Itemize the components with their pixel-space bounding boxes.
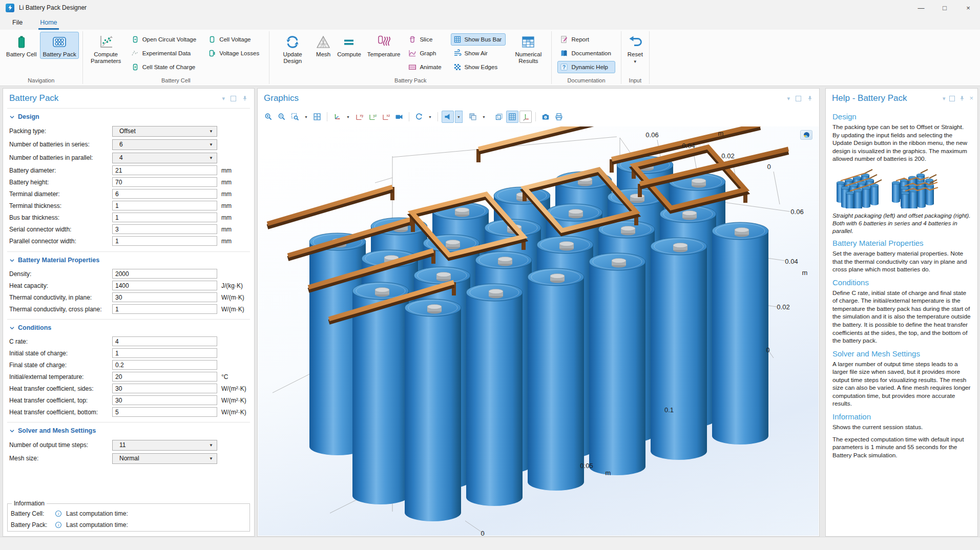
slice-button[interactable]: Slice xyxy=(406,33,445,46)
zoom-in-icon[interactable] xyxy=(262,111,275,123)
snapshot-icon[interactable] xyxy=(539,111,552,123)
pin-icon[interactable] xyxy=(959,95,965,102)
pin-icon[interactable] xyxy=(807,95,813,102)
c-rate-input[interactable] xyxy=(112,336,217,346)
heat-transfer-sides-input[interactable] xyxy=(112,384,217,393)
bus-bar-thickness-input[interactable] xyxy=(112,213,217,222)
float-panel-icon[interactable] xyxy=(231,96,236,101)
animate-button[interactable]: Animate xyxy=(406,61,445,73)
show-frame-icon[interactable] xyxy=(493,111,505,123)
compute-button[interactable]: Compute xyxy=(335,32,364,59)
transparency-dropdown-chevron[interactable]: ▼ xyxy=(480,111,488,123)
show-air-button[interactable]: Show Air xyxy=(451,47,506,59)
mesh-size-select[interactable]: Normal▼ xyxy=(112,453,217,464)
help-heading-solver: Solver and Mesh Settings xyxy=(832,349,971,358)
battery-height-input[interactable] xyxy=(112,177,217,187)
voltage-losses-button[interactable]: Voltage Losses xyxy=(205,47,263,59)
scene-light-icon[interactable] xyxy=(442,111,454,123)
serial-connector-width-input[interactable] xyxy=(112,224,217,234)
final-state-of-charge-input[interactable] xyxy=(112,360,217,370)
close-button[interactable]: × xyxy=(956,0,980,15)
section-conditions[interactable]: Conditions xyxy=(3,320,254,335)
numerical-results-button[interactable]: Numerical Results xyxy=(509,32,548,66)
battery-diameter-input[interactable] xyxy=(112,165,217,175)
report-button[interactable]: Report xyxy=(557,33,615,46)
documentation-button[interactable]: Documentation xyxy=(557,47,615,59)
show-bus-bar-button[interactable]: Show Bus Bar xyxy=(451,33,506,46)
transparency-icon[interactable] xyxy=(467,111,479,123)
svg-text:i: i xyxy=(58,523,59,527)
thermal-conductivity-cross-plane-input[interactable] xyxy=(112,304,217,314)
show-axis-icon[interactable] xyxy=(519,111,532,123)
thermal-conductivity-in-plane-input[interactable] xyxy=(112,292,217,302)
chevron-down-icon[interactable]: ▾ xyxy=(222,96,225,101)
cell-state-of-charge-button[interactable]: Cell State of Charge xyxy=(129,61,200,73)
update-design-button[interactable]: Update Design xyxy=(273,32,312,66)
temperature-button[interactable]: Temperature xyxy=(365,32,403,59)
initial-external-temperature-input[interactable] xyxy=(112,372,217,382)
initial-state-of-charge-input[interactable] xyxy=(112,348,217,358)
section-solver-and-mesh[interactable]: Solver and Mesh Settings xyxy=(3,422,254,438)
zoom-box-icon[interactable] xyxy=(289,111,301,123)
cell-voltage-icon xyxy=(208,35,216,44)
tab-home[interactable]: Home xyxy=(40,15,57,30)
maximize-button[interactable]: □ xyxy=(933,0,956,15)
dynamic-help-button[interactable]: ? Dynamic Help xyxy=(557,61,615,73)
graphics-canvas[interactable]: 0.060.040.020m0.060.04m0.0200.10.05m0 xyxy=(258,126,819,536)
scene-light-dropdown-chevron[interactable]: ▼ xyxy=(455,111,463,123)
print-icon[interactable] xyxy=(553,111,565,123)
float-panel-icon[interactable] xyxy=(796,96,801,101)
default-view-icon[interactable] xyxy=(331,111,343,123)
tab-file[interactable]: File xyxy=(12,15,23,30)
zoom-dropdown-chevron[interactable]: ▼ xyxy=(302,111,310,123)
mesh-button[interactable]: Mesh xyxy=(313,32,333,59)
series-count-select[interactable]: 6▼ xyxy=(112,139,217,150)
cell-voltage-button[interactable]: Cell Voltage xyxy=(205,33,263,46)
chevron-down-icon: ▼ xyxy=(209,156,217,160)
battery-pack-button[interactable]: Battery Pack xyxy=(40,32,78,59)
terminal-thickness-input[interactable] xyxy=(112,201,217,210)
svg-text:yz: yz xyxy=(373,114,377,118)
show-edges-button[interactable]: Show Edges xyxy=(451,61,506,73)
experimental-data-button[interactable]: Experimental Data xyxy=(129,47,200,59)
camera-view-icon[interactable] xyxy=(393,111,405,123)
pin-icon[interactable] xyxy=(242,95,248,102)
terminal-diameter-input[interactable] xyxy=(112,189,217,199)
graphics-panel: Graphics ▾ ▼ ▼ xy yz xz ▼ ▼ ▼ xyxy=(257,88,820,537)
open-circuit-voltage-button[interactable]: Open Circuit Voltage xyxy=(129,33,200,46)
compute-parameters-button[interactable]: Compute Parameters xyxy=(87,32,126,66)
show-edges-icon xyxy=(453,63,462,71)
density-input[interactable] xyxy=(112,269,217,279)
parallel-count-select[interactable]: 4▼ xyxy=(112,153,217,163)
chevron-down-icon[interactable]: ▾ xyxy=(943,96,946,101)
zoom-out-icon[interactable] xyxy=(276,111,288,123)
unit-label: °C xyxy=(221,373,228,380)
heat-transfer-top-input[interactable] xyxy=(112,395,217,405)
info-row-label: Battery Pack: xyxy=(11,521,51,528)
show-grid-icon[interactable] xyxy=(506,111,518,123)
view-yz-icon[interactable]: yz xyxy=(366,111,379,123)
rotate-dropdown-chevron[interactable]: ▼ xyxy=(426,111,434,123)
view-xz-icon[interactable]: xz xyxy=(380,111,392,123)
heat-transfer-bottom-input[interactable] xyxy=(112,407,217,417)
minimize-button[interactable]: — xyxy=(909,0,933,15)
close-panel-icon[interactable]: × xyxy=(969,96,973,101)
view-dropdown-chevron[interactable]: ▼ xyxy=(344,111,352,123)
packing-type-select[interactable]: Offset▼ xyxy=(112,126,217,137)
section-design[interactable]: Design xyxy=(3,109,254,124)
graph-button[interactable]: Graph xyxy=(406,47,445,59)
section-battery-material-properties[interactable]: Battery Material Properties xyxy=(3,252,254,268)
zoom-extents-icon[interactable] xyxy=(311,111,323,123)
heat-capacity-input[interactable] xyxy=(112,281,217,290)
view-xy-icon[interactable]: xy xyxy=(353,111,365,123)
float-panel-icon[interactable] xyxy=(949,96,955,101)
comsol-logo-button[interactable] xyxy=(800,130,812,140)
reset-button[interactable]: Reset ▼ xyxy=(625,32,645,66)
output-time-steps-select[interactable]: 11▼ xyxy=(112,440,217,451)
battery-cell-button[interactable]: Battery Cell xyxy=(4,32,39,59)
rotate-icon[interactable] xyxy=(413,111,425,123)
parallel-connector-width-input[interactable] xyxy=(112,236,217,246)
reset-dropdown-chevron[interactable]: ▼ xyxy=(633,58,637,65)
title-bar: Li Battery Pack Designer — □ × xyxy=(0,0,980,15)
chevron-down-icon[interactable]: ▾ xyxy=(787,96,790,101)
